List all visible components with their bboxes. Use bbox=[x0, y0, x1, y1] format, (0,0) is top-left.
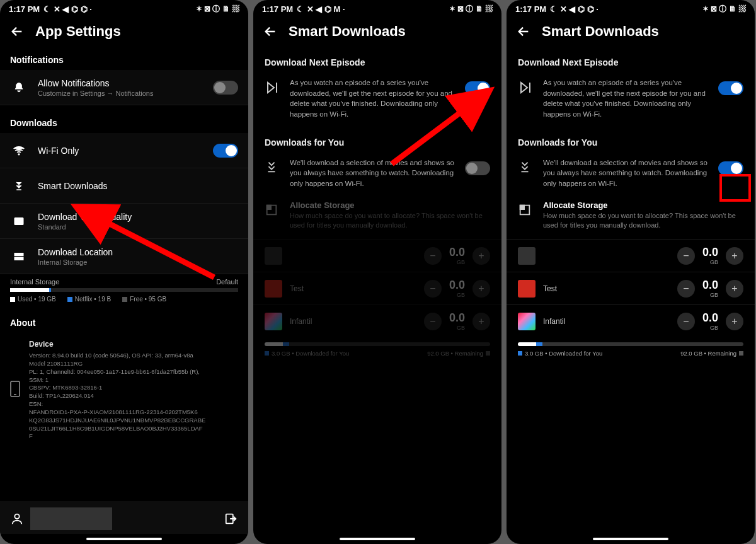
screen-app-settings: 1:17 PM ☾ ✕ ◀ ⌬ ⌬ · ✶ ⊠ ⓘ 🗎 ⛆ App Settin… bbox=[0, 0, 248, 544]
storage-icon bbox=[10, 251, 28, 262]
status-bar: 1:17 PM ☾ ✕ ◀ ⌬ ⌬ · ✶ ⊠ ⓘ 🗎 ⛆ bbox=[0, 0, 248, 16]
increase-button[interactable]: + bbox=[726, 247, 743, 265]
decrease-button[interactable]: − bbox=[424, 247, 442, 265]
increase-button[interactable]: + bbox=[726, 313, 743, 330]
status-left-icons: ☾ ✕ ◀ ⌬ M · bbox=[297, 4, 345, 14]
row-dfy: We'll download a selection of movies and… bbox=[253, 151, 501, 198]
row-allow-notifications[interactable]: Allow Notifications Customize in Setting… bbox=[0, 70, 248, 105]
section-about: About bbox=[0, 311, 248, 333]
row-label: Download Location bbox=[38, 247, 238, 257]
alloc-unit: GB bbox=[449, 292, 465, 298]
svg-rect-3 bbox=[14, 217, 23, 224]
alloc-left: 3.0 GB • Downloaded for You bbox=[272, 350, 349, 357]
toggle-dne[interactable] bbox=[465, 81, 490, 95]
svg-rect-29 bbox=[520, 205, 524, 209]
profile-row-infantil: Infantil − 0.0GB + bbox=[253, 304, 501, 337]
decrease-button[interactable]: − bbox=[424, 313, 442, 330]
status-time: 1:17 PM bbox=[262, 4, 293, 14]
page-title: Smart Downloads bbox=[289, 23, 406, 40]
alloc-unit: GB bbox=[449, 259, 465, 265]
dne-text: As you watch an episode of a series you'… bbox=[543, 78, 709, 120]
allocate-heading: Allocate Storage bbox=[290, 200, 490, 210]
decrease-button[interactable]: − bbox=[424, 280, 442, 298]
row-dfy: We'll download a selection of movies and… bbox=[507, 151, 755, 198]
home-indicator[interactable] bbox=[86, 538, 162, 540]
increase-button[interactable]: + bbox=[472, 280, 490, 298]
increase-button[interactable]: + bbox=[472, 247, 490, 265]
legend-used: Used • 19 GB bbox=[18, 296, 56, 303]
section-dne: Download Next Episode bbox=[253, 49, 501, 71]
status-right-icons: ✶ ⊠ ⓘ 🗎 ⛆ bbox=[449, 4, 493, 14]
header: App Settings bbox=[0, 16, 248, 49]
profile-name: Infantil bbox=[290, 317, 416, 326]
storage-label: Internal Storage bbox=[10, 278, 59, 286]
page-title: App Settings bbox=[35, 23, 121, 40]
decrease-button[interactable]: − bbox=[677, 247, 695, 265]
header: Smart Downloads bbox=[507, 16, 755, 49]
toggle-dne[interactable] bbox=[718, 81, 743, 95]
back-icon[interactable] bbox=[517, 25, 530, 38]
alloc-right: 92.0 GB • Remaining bbox=[427, 350, 483, 357]
allocate-icon bbox=[265, 203, 281, 219]
home-indicator[interactable] bbox=[593, 538, 668, 540]
bottom-bar bbox=[0, 501, 248, 534]
alloc-unit: GB bbox=[449, 325, 465, 331]
increase-button[interactable]: + bbox=[726, 280, 743, 298]
quality-icon bbox=[10, 216, 28, 227]
row-sub: Standard bbox=[38, 223, 238, 231]
avatar bbox=[518, 280, 536, 298]
signout-icon[interactable] bbox=[224, 512, 238, 526]
svg-point-8 bbox=[16, 258, 18, 259]
status-left-icons: ☾ ✕ ◀ ⌬ ⌬ · bbox=[43, 4, 92, 14]
about-device-title: Device bbox=[29, 339, 238, 349]
header: Smart Downloads bbox=[253, 16, 501, 49]
row-download-location[interactable]: Download Location Internal Storage bbox=[0, 239, 248, 274]
decrease-button[interactable]: − bbox=[677, 280, 695, 298]
dne-text: As you watch an episode of a series you'… bbox=[290, 78, 456, 120]
alloc-bar bbox=[265, 342, 490, 346]
section-downloads: Downloads bbox=[0, 112, 248, 133]
row-video-quality[interactable]: Download Video Quality Standard bbox=[0, 204, 248, 239]
toggle-dfy[interactable] bbox=[465, 161, 490, 175]
increase-button[interactable]: + bbox=[472, 313, 490, 330]
svg-point-1 bbox=[18, 154, 20, 155]
toggle-notifications[interactable] bbox=[213, 81, 238, 95]
profile-name: Infantil bbox=[543, 317, 670, 326]
status-right-icons: ✶ ⊠ ⓘ 🗎 ⛆ bbox=[702, 4, 746, 14]
row-wifi-only[interactable]: Wi-Fi Only bbox=[0, 133, 248, 168]
status-time: 1:17 PM bbox=[515, 4, 546, 14]
row-dne: As you watch an episode of a series you'… bbox=[507, 71, 755, 129]
status-time: 1:17 PM bbox=[9, 4, 40, 14]
profile-icon[interactable] bbox=[10, 512, 24, 526]
profile-row-test: Test − 0.0GB + bbox=[507, 272, 755, 304]
page-title: Smart Downloads bbox=[542, 23, 659, 40]
decrease-button[interactable]: − bbox=[677, 313, 695, 330]
toggle-dfy[interactable] bbox=[718, 161, 743, 175]
status-bar: 1:17 PM ☾ ✕ ◀ ⌬ M · ✶ ⊠ ⓘ 🗎 ⛆ bbox=[253, 0, 501, 16]
alloc-unit: GB bbox=[702, 292, 718, 298]
alloc-val: 0.0 bbox=[449, 311, 465, 325]
svg-point-7 bbox=[16, 253, 18, 255]
section-dfy: Downloads for You bbox=[253, 129, 501, 151]
avatar bbox=[518, 313, 536, 330]
wifi-icon bbox=[10, 144, 28, 157]
device-icon bbox=[10, 381, 20, 397]
home-indicator[interactable] bbox=[340, 538, 415, 540]
alloc-val: 0.0 bbox=[449, 246, 465, 259]
svg-rect-21 bbox=[267, 205, 271, 209]
toggle-wifi-only[interactable] bbox=[213, 144, 238, 158]
svg-marker-25 bbox=[521, 83, 527, 93]
profile-name-box[interactable] bbox=[30, 507, 112, 530]
section-dne: Download Next Episode bbox=[507, 49, 755, 71]
back-icon[interactable] bbox=[263, 25, 277, 38]
alloc-unit: GB bbox=[702, 325, 718, 331]
profile-row-test: Test − 0.0GB + bbox=[253, 272, 501, 304]
row-smart-downloads[interactable]: Smart Downloads bbox=[0, 168, 248, 204]
allocate-sub: How much space do you want to allocate? … bbox=[543, 211, 743, 231]
back-icon[interactable] bbox=[10, 25, 24, 38]
dfy-text: We'll download a selection of movies and… bbox=[543, 158, 709, 189]
profile-name: Test bbox=[543, 284, 670, 293]
profile-name: Test bbox=[290, 284, 416, 293]
alloc-bar bbox=[518, 342, 743, 346]
avatar bbox=[265, 247, 282, 265]
